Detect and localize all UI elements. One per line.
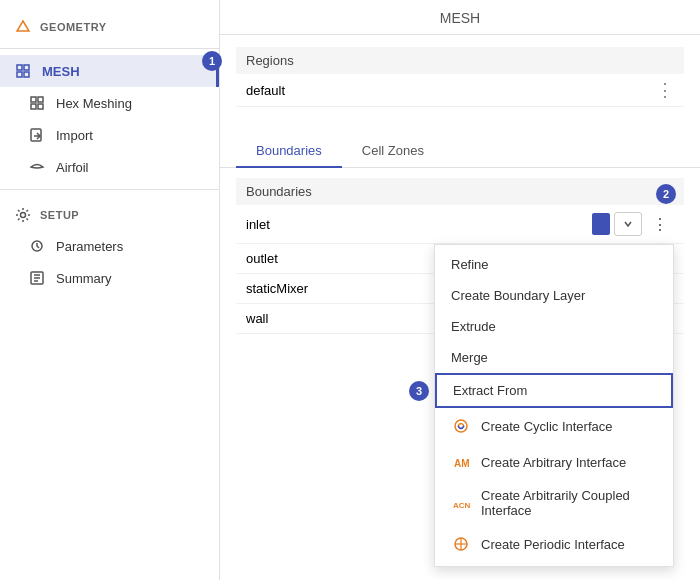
import-icon	[28, 126, 46, 144]
sidebar-item-airfoil[interactable]: Airfoil	[0, 151, 219, 183]
parameters-label: Parameters	[56, 239, 123, 254]
step-badge-2: 2	[656, 184, 676, 204]
inlet-actions: 2 ⋮ Refine Create Boundary Laye	[592, 212, 674, 236]
hex-meshing-icon	[28, 94, 46, 112]
boundary-outlet-label: outlet	[246, 251, 278, 266]
hex-meshing-label: Hex Meshing	[56, 96, 132, 111]
boundaries-section: Boundaries inlet 2 ⋮	[220, 168, 700, 344]
create-arbitrarily-coupled-interface-label: Create Arbitrarily Coupled Interface	[481, 488, 657, 518]
sidebar-section-geometry: GEOMETRY	[0, 8, 219, 42]
regions-header: Regions	[236, 47, 684, 74]
import-label: Import	[56, 128, 93, 143]
svg-point-17	[455, 420, 467, 432]
airfoil-label: Airfoil	[56, 160, 89, 175]
region-default-label: default	[246, 83, 285, 98]
inlet-stripe-btn[interactable]	[592, 213, 610, 235]
geometry-label: GEOMETRY	[40, 21, 107, 33]
svg-text:AMI: AMI	[454, 458, 470, 469]
extrude-label: Extrude	[451, 319, 496, 334]
summary-icon	[28, 269, 46, 287]
boundary-row-inlet: inlet 2 ⋮ Refine	[236, 205, 684, 244]
main-content: MESH Regions default ⋮ Boundaries Cell Z…	[220, 0, 700, 580]
sidebar-item-parameters[interactable]: Parameters	[0, 230, 219, 262]
divider-1	[0, 48, 219, 49]
geometry-icon	[14, 18, 32, 36]
svg-point-11	[21, 213, 26, 218]
setup-label: SETUP	[40, 209, 79, 221]
create-arbitrary-interface-label: Create Arbitrary Interface	[481, 455, 626, 470]
sidebar-item-hex-meshing[interactable]: Hex Meshing	[0, 87, 219, 119]
region-more-button[interactable]: ⋮	[656, 81, 674, 99]
svg-rect-5	[31, 97, 36, 102]
svg-text:ACNI: ACNI	[453, 501, 470, 510]
divider-2	[0, 189, 219, 190]
svg-rect-1	[17, 65, 22, 70]
boundary-dropdown-menu: Refine Create Boundary Layer Extrude Mer…	[434, 244, 674, 567]
arbitrary-icon: AMI	[451, 452, 471, 472]
sidebar-section-setup: SETUP	[0, 196, 219, 230]
tab-boundaries[interactable]: Boundaries	[236, 135, 342, 168]
summary-label: Summary	[56, 271, 112, 286]
svg-marker-0	[17, 21, 29, 31]
svg-rect-3	[17, 72, 22, 77]
periodic-icon	[451, 534, 471, 554]
boundaries-header: Boundaries	[236, 178, 684, 205]
mesh-label: MESH	[42, 64, 80, 79]
inlet-chevron-btn[interactable]	[614, 212, 642, 236]
svg-rect-7	[31, 104, 36, 109]
dropdown-item-create-arbitrary-interface[interactable]: AMI Create Arbitrary Interface	[435, 444, 673, 480]
sidebar-item-import[interactable]: Import	[0, 119, 219, 151]
region-default-row: default ⋮	[236, 74, 684, 107]
cyclic-icon	[451, 416, 471, 436]
create-cyclic-interface-label: Create Cyclic Interface	[481, 419, 613, 434]
dropdown-item-extrude[interactable]: Extrude	[435, 311, 673, 342]
create-periodic-interface-label: Create Periodic Interface	[481, 537, 625, 552]
tabs-container: Boundaries Cell Zones	[220, 135, 700, 168]
sidebar-item-summary[interactable]: Summary	[0, 262, 219, 294]
boundaries-header-label: Boundaries	[246, 184, 312, 199]
svg-rect-2	[24, 65, 29, 70]
svg-rect-4	[24, 72, 29, 77]
create-boundary-layer-label: Create Boundary Layer	[451, 288, 585, 303]
mesh-icon	[14, 62, 32, 80]
boundary-wall-label: wall	[246, 311, 268, 326]
extract-from-label: Extract From	[453, 383, 527, 398]
dropdown-item-create-cyclic-interface[interactable]: Create Cyclic Interface	[435, 408, 673, 444]
acni-icon: ACNI	[451, 493, 471, 513]
dropdown-item-extract-from[interactable]: 3 Extract From	[435, 373, 673, 408]
dropdown-item-create-boundary-layer[interactable]: Create Boundary Layer	[435, 280, 673, 311]
dropdown-item-refine[interactable]: Refine	[435, 249, 673, 280]
boundary-inlet-label: inlet	[246, 217, 270, 232]
sidebar-item-mesh[interactable]: MESH 1	[0, 55, 219, 87]
app-container: GEOMETRY MESH 1	[0, 0, 700, 580]
merge-label: Merge	[451, 350, 488, 365]
refine-label: Refine	[451, 257, 489, 272]
svg-rect-8	[38, 104, 43, 109]
setup-icon	[14, 206, 32, 224]
inlet-more-button[interactable]: ⋮	[646, 212, 674, 236]
step-badge-3: 3	[409, 381, 429, 401]
sidebar: GEOMETRY MESH 1	[0, 0, 220, 580]
main-header: MESH	[220, 0, 700, 35]
dropdown-item-create-periodic-interface[interactable]: Create Periodic Interface	[435, 526, 673, 562]
parameters-icon	[28, 237, 46, 255]
boundary-staticmixer-label: staticMixer	[246, 281, 308, 296]
airfoil-icon	[28, 158, 46, 176]
tab-cell-zones[interactable]: Cell Zones	[342, 135, 444, 168]
dropdown-item-create-arbitrarily-coupled-interface[interactable]: ACNI Create Arbitrarily Coupled Interfac…	[435, 480, 673, 526]
step-badge-1: 1	[202, 51, 222, 71]
svg-rect-6	[38, 97, 43, 102]
dropdown-item-merge[interactable]: Merge	[435, 342, 673, 373]
regions-section: Regions default ⋮	[220, 35, 700, 115]
